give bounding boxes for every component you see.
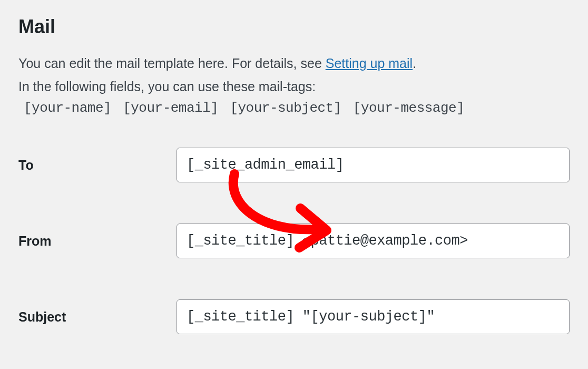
mail-description: You can edit the mail template here. For…: [18, 53, 570, 74]
mail-heading: Mail: [18, 16, 570, 38]
to-field-row: To: [18, 148, 570, 182]
to-input[interactable]: [177, 148, 570, 182]
to-label: To: [18, 158, 177, 173]
from-input[interactable]: [177, 224, 570, 258]
setting-up-mail-link[interactable]: Setting up mail: [326, 56, 413, 71]
subject-field-row: Subject: [18, 299, 570, 334]
description-suffix: .: [413, 56, 416, 71]
mail-tag-your-message: [your-message]: [353, 100, 464, 116]
mail-tag-your-name: [your-name]: [24, 100, 111, 116]
mail-tags-description: In the following fields, you can use the…: [18, 76, 570, 97]
mail-tag-your-email: [your-email]: [123, 100, 218, 116]
description-prefix: You can edit the mail template here. For…: [18, 56, 326, 71]
mail-tag-your-subject: [your-subject]: [230, 100, 341, 116]
from-field-row: From: [18, 224, 570, 258]
subject-label: Subject: [18, 309, 177, 325]
mail-tags-list: [your-name][your-email][your-subject][yo…: [18, 100, 570, 116]
subject-input[interactable]: [177, 299, 570, 334]
from-label: From: [18, 234, 177, 249]
